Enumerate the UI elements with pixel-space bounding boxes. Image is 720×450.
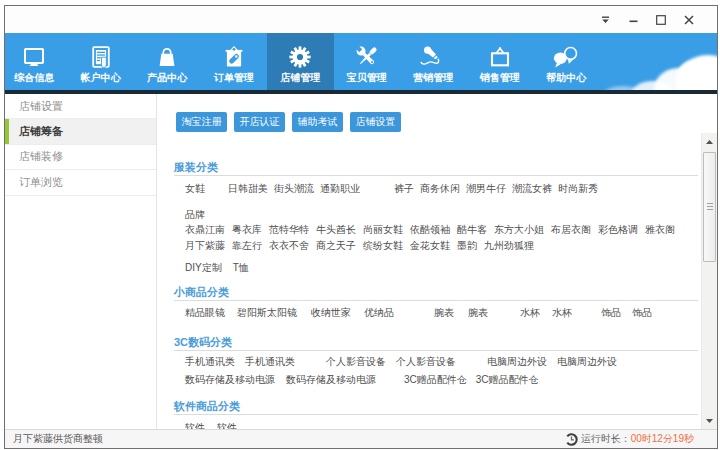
- category-link-街头潮流[interactable]: 街头潮流: [274, 181, 314, 197]
- vertical-scrollbar[interactable]: [701, 133, 717, 429]
- category-link-腕表[interactable]: 腕表: [468, 305, 488, 321]
- sidebar-item-label: 订单浏览: [19, 175, 63, 190]
- maximize-button[interactable]: [647, 6, 675, 33]
- category-link-缤纷女鞋[interactable]: 缤纷女鞋: [363, 238, 403, 254]
- gear-icon: [285, 44, 315, 69]
- toolbar-tab-帮助中心[interactable]: 帮助中心: [533, 33, 600, 90]
- category-link-商务休闲[interactable]: 商务休闲: [420, 181, 460, 197]
- category-link-牛头酋长[interactable]: 牛头酋长: [316, 222, 356, 238]
- category-link-精品眼镜[interactable]: 精品眼镜: [185, 305, 225, 321]
- category-link-手机通讯类[interactable]: 手机通讯类: [245, 354, 295, 370]
- category-link-雅衣阁[interactable]: 雅衣阁: [645, 222, 675, 238]
- category-link-日韩甜美[interactable]: 日韩甜美: [228, 181, 268, 197]
- account-document-icon: [86, 44, 116, 69]
- category-link-衣鼎江南[interactable]: 衣鼎江南: [185, 222, 225, 238]
- category-link-软件[interactable]: 软件: [217, 420, 237, 429]
- category-link-个人影音设备[interactable]: 个人影音设备: [326, 354, 386, 370]
- category-link-3C赠品配件仓[interactable]: 3C赠品配件仓: [476, 372, 539, 388]
- runtime-value: 00时12分19秒: [631, 432, 694, 446]
- category-link-DIY定制[interactable]: DIY定制: [185, 260, 222, 276]
- category-link-金花女鞋[interactable]: 金花女鞋: [410, 238, 450, 254]
- toolbar-tab-label: 销售管理: [480, 72, 520, 83]
- category-link-数码存储及移动电源[interactable]: 数码存储及移动电源: [286, 372, 376, 388]
- category-link-裤子[interactable]: 裤子: [394, 181, 414, 197]
- action-button-店铺设置[interactable]: 店铺设置: [350, 112, 401, 132]
- minimize-button[interactable]: [619, 6, 647, 33]
- category-link-T恤[interactable]: T恤: [233, 260, 249, 276]
- category-link-腕表[interactable]: 腕表: [434, 305, 454, 321]
- section-title-3C数码分类: 3C数码分类: [174, 336, 698, 351]
- category-link-尚丽女鞋[interactable]: 尚丽女鞋: [363, 222, 403, 238]
- category-link-row: 衣鼎江南粤衣库范特华特牛头酋长尚丽女鞋依酷领袖酷牛客东方大小姐布居衣阁彩色格调雅…: [174, 222, 698, 238]
- category-link-饰品[interactable]: 饰品: [601, 305, 621, 321]
- action-button-辅助考试[interactable]: 辅助考试: [292, 112, 343, 132]
- scroll-down-button[interactable]: [702, 412, 717, 429]
- category-link-电脑周边外设[interactable]: 电脑周边外设: [557, 354, 617, 370]
- category-link-饰品[interactable]: 饰品: [632, 305, 652, 321]
- signboard-icon: [485, 44, 515, 69]
- shopping-bag-icon: [152, 44, 182, 69]
- category-link-范特华特[interactable]: 范特华特: [269, 222, 309, 238]
- category-link-软件[interactable]: 软件: [185, 420, 205, 429]
- category-link-依酷领袖[interactable]: 依酷领袖: [410, 222, 450, 238]
- category-link-靠左行[interactable]: 靠左行: [232, 238, 262, 254]
- sidebar-item-label: 店铺筹备: [19, 124, 63, 139]
- sidebar-item-店铺装修[interactable]: 店铺装修: [5, 145, 156, 170]
- scrollbar-thumb[interactable]: [703, 152, 716, 262]
- toolbar-tab-帐户中心[interactable]: 帐户中心: [68, 33, 135, 90]
- category-link-3C赠品配件仓[interactable]: 3C赠品配件仓: [404, 372, 467, 388]
- category-link-碧阳斯太阳镜[interactable]: 碧阳斯太阳镜: [237, 305, 297, 321]
- action-button-淘宝注册[interactable]: 淘宝注册: [176, 112, 227, 132]
- scroll-up-button[interactable]: [702, 133, 717, 150]
- category-link-衣衣不舍[interactable]: 衣衣不舍: [269, 238, 309, 254]
- sidebar-item-店铺设置[interactable]: 店铺设置: [5, 94, 156, 119]
- status-bar: 月下紫藤供货商整顿 运行时长： 00时12分19秒: [5, 429, 717, 448]
- category-link-品牌[interactable]: 品牌: [185, 207, 205, 223]
- main-toolbar: 综合信息 帐户中心 产品中心 订单管理 店铺管理 宝贝管理 营销管理 销售管理: [5, 33, 717, 90]
- category-link-个人影音设备[interactable]: 个人影音设备: [396, 354, 456, 370]
- category-link-商之天子[interactable]: 商之天子: [316, 238, 356, 254]
- toolbar-tab-店铺管理[interactable]: 店铺管理: [267, 33, 334, 90]
- category-link-电脑周边外设[interactable]: 电脑周边外设: [487, 354, 547, 370]
- category-link-水杯[interactable]: 水杯: [520, 305, 540, 321]
- title-bar: [5, 6, 717, 33]
- category-link-彩色格调[interactable]: 彩色格调: [598, 222, 638, 238]
- close-button[interactable]: [675, 6, 703, 33]
- category-link-优纳品[interactable]: 优纳品: [364, 305, 394, 321]
- toolbar-tab-label: 营销管理: [413, 72, 453, 83]
- toolbar-tab-产品中心[interactable]: 产品中心: [134, 33, 201, 90]
- clipboard-icon: [219, 44, 249, 69]
- toolbar-tab-订单管理[interactable]: 订单管理: [201, 33, 268, 90]
- scroll-down-arrow-icon: [706, 419, 713, 423]
- category-link-东方大小姐[interactable]: 东方大小姐: [494, 222, 544, 238]
- sidebar-item-label: 店铺装修: [19, 149, 63, 164]
- category-link-潮流女裤[interactable]: 潮流女裤: [512, 181, 552, 197]
- sidebar-item-订单浏览[interactable]: 订单浏览: [5, 170, 156, 195]
- maximize-icon: [656, 15, 666, 25]
- action-button-开店认证[interactable]: 开店认证: [234, 112, 285, 132]
- category-link-九州劲狐狸[interactable]: 九州劲狐狸: [484, 238, 534, 254]
- category-link-水杯[interactable]: 水杯: [552, 305, 572, 321]
- status-supplier-text: 月下紫藤供货商整顿: [13, 432, 103, 446]
- category-link-女鞋[interactable]: 女鞋: [185, 181, 205, 197]
- sidebar-item-店铺筹备[interactable]: 店铺筹备: [5, 119, 156, 144]
- toolbar-tab-综合信息[interactable]: 综合信息: [5, 33, 68, 90]
- category-link-时尚新秀[interactable]: 时尚新秀: [558, 181, 598, 197]
- category-link-月下紫藤[interactable]: 月下紫藤: [185, 238, 225, 254]
- category-link-粤衣库[interactable]: 粤衣库: [232, 222, 262, 238]
- toolbar-tab-宝贝管理[interactable]: 宝贝管理: [334, 33, 401, 90]
- toolbar-tabs: 综合信息 帐户中心 产品中心 订单管理 店铺管理 宝贝管理 营销管理 销售管理: [5, 33, 600, 90]
- category-link-数码存储及移动电源[interactable]: 数码存储及移动电源: [185, 372, 275, 388]
- category-link-通勤职业[interactable]: 通勤职业: [320, 181, 360, 197]
- category-link-收纳世家[interactable]: 收纳世家: [311, 305, 351, 321]
- category-link-墨韵[interactable]: 墨韵: [457, 238, 477, 254]
- category-link-手机通讯类[interactable]: 手机通讯类: [185, 354, 235, 370]
- category-link-酷牛客[interactable]: 酷牛客: [457, 222, 487, 238]
- category-link-布居衣阁[interactable]: 布居衣阁: [551, 222, 591, 238]
- category-link-潮男牛仔[interactable]: 潮男牛仔: [466, 181, 506, 197]
- toolbar-tab-营销管理[interactable]: 营销管理: [400, 33, 467, 90]
- toolbar-tab-销售管理[interactable]: 销售管理: [467, 33, 534, 90]
- section-title-服装分类: 服装分类: [174, 161, 698, 176]
- collapse-button[interactable]: [591, 6, 619, 33]
- content-area: 淘宝注册开店认证辅助考试店铺设置 服装分类女鞋日韩甜美街头潮流通勤职业裤子商务休…: [157, 94, 717, 429]
